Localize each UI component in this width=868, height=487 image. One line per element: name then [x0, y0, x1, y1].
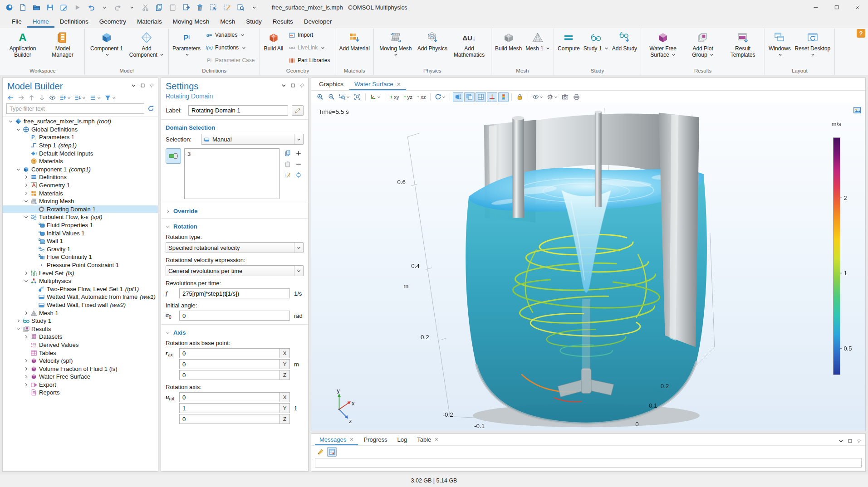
tree-item-datasets[interactable]: Datasets: [3, 333, 158, 341]
tree-item-level-set[interactable]: Level Set(ls): [3, 269, 158, 277]
base-point-y-input[interactable]: [179, 359, 280, 369]
tab-table[interactable]: Table✕: [412, 434, 443, 445]
tab-file[interactable]: File: [6, 15, 27, 28]
zoom-in-button[interactable]: [315, 92, 325, 102]
tree-item-water-free-surface[interactable]: Water Free Surface: [3, 373, 158, 381]
node-grouping-button[interactable]: [89, 94, 101, 101]
panel-menu-arrow-icon[interactable]: [131, 83, 136, 88]
tab-log[interactable]: Log: [393, 434, 412, 445]
rename-button[interactable]: [292, 105, 304, 116]
add-physics-button[interactable]: Add Physics: [416, 29, 449, 68]
domain-selection-list[interactable]: 3: [184, 148, 280, 199]
part-libraries-button[interactable]: Part Libraries: [286, 56, 332, 65]
initial-angle-input[interactable]: [179, 311, 290, 321]
result-templates-button[interactable]: Result Templates: [723, 29, 762, 68]
redo-button[interactable]: [113, 2, 124, 13]
tree-item-turbulent-flow[interactable]: Turbulent Flow, k-ε(spf): [3, 213, 158, 221]
scene-light-button[interactable]: [453, 92, 463, 102]
tab-graphics[interactable]: Graphics: [314, 78, 348, 90]
filter-button[interactable]: [104, 94, 116, 101]
table-window-button[interactable]: [327, 447, 337, 457]
tree-item-parameters-1[interactable]: Parameters 1: [3, 133, 158, 141]
expand-all-button[interactable]: [59, 94, 71, 101]
tab-messages[interactable]: Messages✕: [315, 434, 358, 445]
paste-selection-button[interactable]: [283, 159, 293, 169]
tree-item-reports[interactable]: Reports: [3, 389, 158, 397]
color-legend-button[interactable]: [498, 92, 509, 102]
rotation-axis-y-input[interactable]: [179, 403, 280, 413]
tree-item-export[interactable]: Export: [3, 381, 158, 389]
clear-log-button[interactable]: [316, 447, 325, 457]
close-button[interactable]: [847, 0, 868, 15]
tree-item-root[interactable]: free_surface_mixer_ls.mph(root): [3, 117, 158, 126]
add-to-selection-button[interactable]: [294, 148, 304, 158]
clear-selection-button[interactable]: [283, 170, 293, 180]
zoom-box-button[interactable]: [338, 92, 351, 102]
tree-item-mesh-1[interactable]: Mesh 1: [3, 309, 158, 317]
tab-moving-mesh[interactable]: Moving Mesh: [167, 15, 215, 28]
zoom-out-button[interactable]: [326, 92, 337, 102]
minimize-button[interactable]: [805, 0, 826, 15]
tree-item-rotating-domain-1[interactable]: Rotating Domain 1: [3, 205, 158, 214]
tab-progress[interactable]: Progress: [359, 434, 392, 445]
tree-item-initial-values-1[interactable]: Initial Values 1: [3, 229, 158, 237]
label-input[interactable]: [188, 105, 288, 116]
zoom-to-selection-button[interactable]: [294, 170, 304, 180]
copy-button[interactable]: [153, 2, 165, 13]
toolbar-overflow-button[interactable]: [249, 2, 260, 13]
rotation-type-dropdown[interactable]: Specified rotational velocity: [166, 242, 304, 253]
tab-study[interactable]: Study: [240, 15, 267, 28]
pin-window-icon[interactable]: [857, 438, 862, 443]
rotate-view-button[interactable]: [433, 92, 447, 102]
section-rotation[interactable]: Rotation: [166, 223, 304, 230]
base-point-x-input[interactable]: [179, 348, 280, 358]
redo-dropdown-arrow-icon[interactable]: [126, 2, 137, 13]
close-tab-icon[interactable]: ✕: [349, 437, 353, 443]
moving-mesh-button[interactable]: Moving Mesh: [376, 29, 415, 68]
tab-home[interactable]: Home: [27, 15, 54, 28]
clear-selection-button[interactable]: [221, 2, 233, 13]
velocity-expression-dropdown[interactable]: General revolutions per time: [166, 265, 304, 276]
panel-menu-arrow-icon[interactable]: [281, 83, 286, 88]
float-window-icon[interactable]: [290, 83, 295, 88]
livelink-button[interactable]: LiveLink: [286, 43, 332, 52]
show-axes-button[interactable]: [487, 92, 497, 102]
model-manager-button[interactable]: Model Manager: [43, 29, 82, 68]
maximize-button[interactable]: [826, 0, 847, 15]
base-point-z-input[interactable]: [179, 370, 280, 380]
cut-button[interactable]: [140, 2, 151, 13]
tree-item-moving-mesh[interactable]: Moving Mesh: [3, 197, 158, 205]
open-file-button[interactable]: [31, 2, 42, 13]
undo-button[interactable]: [85, 2, 97, 13]
pin-window-icon[interactable]: [299, 83, 304, 88]
graphics-canvas[interactable]: m/s 2 1 0.5 0.6 0.4 m 0.2: [311, 103, 865, 431]
tree-item-materials-component[interactable]: Materials: [3, 189, 158, 197]
tab-mesh[interactable]: Mesh: [215, 15, 240, 28]
tree-item-velocity[interactable]: Velocity (spf): [3, 357, 158, 365]
tab-water-surface[interactable]: Water Surface✕: [349, 78, 406, 90]
tree-item-wall-1[interactable]: Wall 1: [3, 237, 158, 245]
tree-item-fluid-properties-1[interactable]: Fluid Properties 1: [3, 221, 158, 229]
tree-item-volume-fraction[interactable]: Volume Fraction of Fluid 1 (ls): [3, 365, 158, 373]
tree-item-definitions[interactable]: Definitions: [3, 173, 158, 181]
print-button[interactable]: [571, 92, 582, 102]
tree-item-gravity-1[interactable]: Gravity 1: [3, 245, 158, 253]
tree-item-study-1[interactable]: Study 1: [3, 317, 158, 325]
tree-item-derived-values[interactable]: Derived Values: [3, 341, 158, 349]
add-plot-group-button[interactable]: Add Plot Group: [683, 29, 722, 68]
import-button[interactable]: Import: [286, 30, 332, 39]
collapse-all-button[interactable]: [74, 94, 86, 101]
tab-results[interactable]: Results: [267, 15, 299, 28]
reset-desktop-button[interactable]: Reset Desktop: [793, 29, 832, 68]
tree-item-pressure-point-constraint-1[interactable]: Pressure Point Constraint 1: [3, 261, 158, 269]
tree-item-multiphysics[interactable]: Multiphysics: [3, 277, 158, 285]
tree-item-two-phase-flow[interactable]: Two-Phase Flow, Level Set 1(tpf1): [3, 285, 158, 293]
tree-filter-input[interactable]: [6, 103, 144, 114]
tree-item-component-1[interactable]: Component 1(comp1): [3, 166, 158, 174]
study-1-button[interactable]: Study 1: [582, 29, 610, 68]
parameters-button[interactable]: Pi Parameters: [171, 29, 202, 68]
environment-settings-button[interactable]: [545, 92, 559, 102]
view-yz-button[interactable]: yz: [402, 92, 414, 102]
water-free-surface-button[interactable]: Water Free Surface: [643, 29, 682, 68]
pin-window-icon[interactable]: [149, 83, 154, 88]
